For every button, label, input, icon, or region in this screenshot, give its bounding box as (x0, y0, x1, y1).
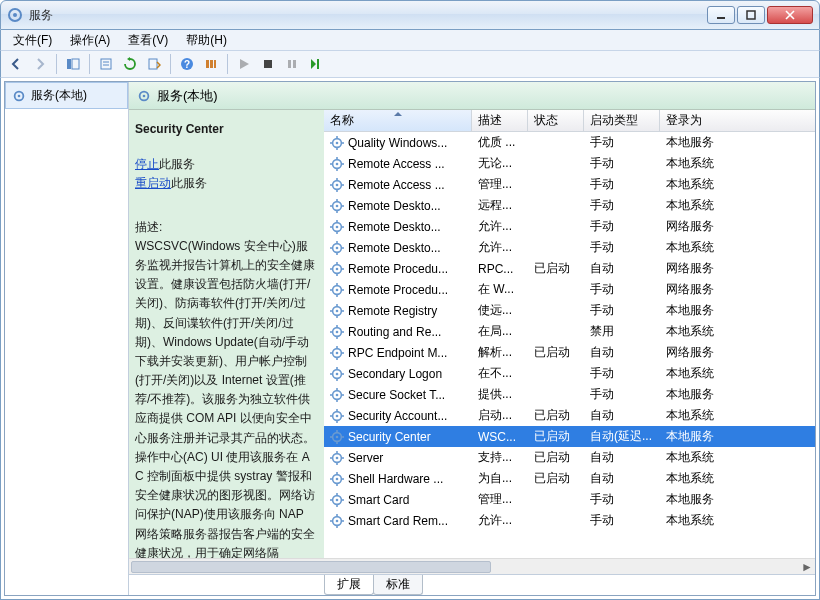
column-header-status[interactable]: 状态 (528, 110, 584, 131)
select-columns-button[interactable] (200, 53, 222, 75)
restart-service-button[interactable] (305, 53, 327, 75)
svg-rect-18 (317, 59, 319, 69)
service-start-cell: 禁用 (584, 323, 660, 340)
start-service-button[interactable] (233, 53, 255, 75)
service-row[interactable]: Remote Access ...管理...手动本地系统 (324, 174, 815, 195)
service-desc-cell: 在局... (472, 323, 528, 340)
tab-standard[interactable]: 标准 (373, 575, 423, 595)
window-buttons (707, 6, 813, 24)
refresh-button[interactable] (119, 53, 141, 75)
svg-point-20 (18, 94, 21, 97)
scrollbar-thumb[interactable] (131, 561, 491, 573)
service-row[interactable]: Server支持...已启动自动本地系统 (324, 447, 815, 468)
service-gear-icon (330, 493, 344, 507)
svg-rect-14 (214, 60, 216, 68)
service-desc-cell: 在不... (472, 365, 528, 382)
service-gear-icon (330, 262, 344, 276)
svg-point-24 (336, 141, 339, 144)
service-start-cell: 手动 (584, 176, 660, 193)
column-header-name[interactable]: 名称 (324, 110, 472, 131)
service-row[interactable]: Secondary Logon在不...手动本地系统 (324, 363, 815, 384)
service-row[interactable]: Remote Deskto...允许...手动网络服务 (324, 216, 815, 237)
forward-button[interactable] (29, 53, 51, 75)
service-gear-icon (330, 514, 344, 528)
navigation-tree: 服务(本地) (5, 82, 129, 595)
service-gear-icon (330, 157, 344, 171)
svg-rect-5 (72, 59, 79, 69)
service-name-cell: Secondary Logon (348, 367, 442, 381)
close-button[interactable] (767, 6, 813, 24)
svg-rect-6 (101, 59, 111, 69)
service-desc-cell: 使远... (472, 302, 528, 319)
nav-item-services-local[interactable]: 服务(本地) (5, 82, 128, 109)
service-desc-cell: 无论... (472, 155, 528, 172)
scroll-right-arrow[interactable]: ► (799, 559, 815, 575)
service-start-cell: 手动 (584, 491, 660, 508)
service-gear-icon (330, 178, 344, 192)
pane-header: 服务(本地) (129, 82, 815, 110)
service-status-cell: 已启动 (528, 407, 584, 424)
service-row[interactable]: Remote Procedu...在 W...手动网络服务 (324, 279, 815, 300)
view-tabs: 扩展 标准 (129, 575, 815, 595)
service-start-cell: 手动 (584, 386, 660, 403)
stop-service-button[interactable] (257, 53, 279, 75)
back-button[interactable] (5, 53, 27, 75)
service-row[interactable]: Smart Card管理...手动本地服务 (324, 489, 815, 510)
pause-service-button[interactable] (281, 53, 303, 75)
service-name-cell: Smart Card (348, 493, 409, 507)
horizontal-scrollbar[interactable]: ◄ ► (129, 558, 815, 574)
service-name-cell: Remote Registry (348, 304, 437, 318)
title-bar: 服务 (0, 0, 820, 30)
menu-view[interactable]: 查看(V) (120, 31, 176, 50)
show-hide-tree-button[interactable] (62, 53, 84, 75)
service-name-cell: Remote Access ... (348, 178, 445, 192)
export-list-button[interactable] (143, 53, 165, 75)
column-header-startup-type[interactable]: 启动类型 (584, 110, 660, 131)
service-desc-cell: 管理... (472, 491, 528, 508)
service-row[interactable]: Secure Socket T...提供...手动本地服务 (324, 384, 815, 405)
pane-header-title: 服务(本地) (157, 87, 218, 105)
help-button[interactable]: ? (176, 53, 198, 75)
service-row[interactable]: Remote Deskto...远程...手动本地系统 (324, 195, 815, 216)
svg-point-72 (336, 309, 339, 312)
svg-point-48 (336, 225, 339, 228)
service-start-cell: 自动 (584, 470, 660, 487)
client-area: 服务(本地) 服务(本地) Security Center 停止此服务 重启动此… (0, 78, 820, 600)
service-gear-icon (330, 136, 344, 150)
service-desc-cell: 允许... (472, 239, 528, 256)
service-row[interactable]: Security Account...启动...已启动自动本地系统 (324, 405, 815, 426)
service-row[interactable]: Remote Access ...无论...手动本地系统 (324, 153, 815, 174)
service-row[interactable]: Quality Windows...优质 ...手动本地服务 (324, 132, 815, 153)
restart-service-link[interactable]: 重启动 (135, 176, 171, 190)
svg-point-90 (336, 372, 339, 375)
stop-service-link[interactable]: 停止 (135, 157, 159, 171)
service-row[interactable]: Security CenterWSC...已启动自动(延迟...本地服务 (324, 426, 815, 447)
service-row[interactable]: Remote Registry使远...手动本地服务 (324, 300, 815, 321)
service-row[interactable]: Remote Deskto...允许...手动本地系统 (324, 237, 815, 258)
service-row[interactable]: Remote Procedu...RPC...已启动自动网络服务 (324, 258, 815, 279)
maximize-button[interactable] (737, 6, 765, 24)
svg-point-78 (336, 330, 339, 333)
properties-button[interactable] (95, 53, 117, 75)
menu-help[interactable]: 帮助(H) (178, 31, 235, 50)
services-tree-icon (12, 89, 26, 103)
service-row[interactable]: Routing and Re...在局...禁用本地系统 (324, 321, 815, 342)
svg-point-126 (336, 498, 339, 501)
service-row[interactable]: Shell Hardware ...为自...已启动自动本地系统 (324, 468, 815, 489)
menu-file[interactable]: 文件(F) (5, 31, 60, 50)
service-row[interactable]: RPC Endpoint M...解析...已启动自动网络服务 (324, 342, 815, 363)
service-name-cell: Routing and Re... (348, 325, 441, 339)
menu-action[interactable]: 操作(A) (62, 31, 118, 50)
column-header-logon-as[interactable]: 登录为 (660, 110, 815, 131)
service-start-cell: 手动 (584, 218, 660, 235)
service-start-cell: 手动 (584, 239, 660, 256)
service-name-cell: Server (348, 451, 383, 465)
service-row[interactable]: Smart Card Rem...允许...手动本地系统 (324, 510, 815, 531)
minimize-button[interactable] (707, 6, 735, 24)
tab-extended[interactable]: 扩展 (324, 575, 374, 595)
svg-point-60 (336, 267, 339, 270)
service-start-cell: 手动 (584, 365, 660, 382)
column-header-description[interactable]: 描述 (472, 110, 528, 131)
menu-bar: 文件(F) 操作(A) 查看(V) 帮助(H) (0, 30, 820, 50)
service-desc-cell: WSC... (472, 430, 528, 444)
